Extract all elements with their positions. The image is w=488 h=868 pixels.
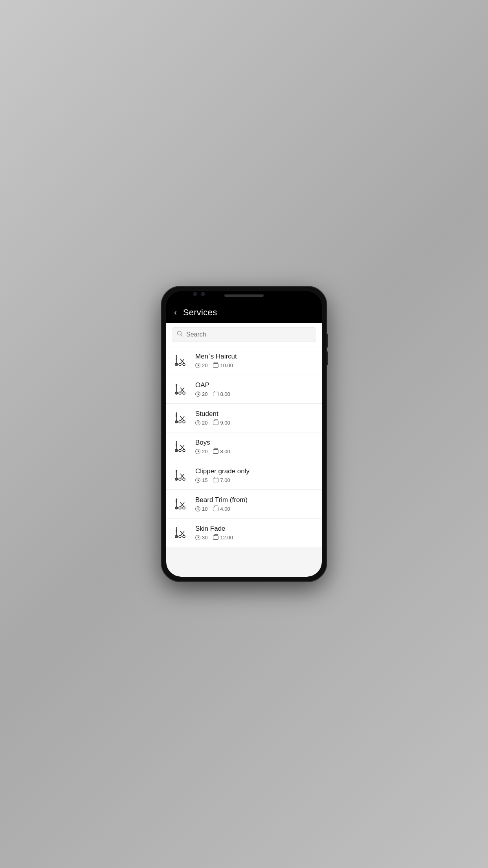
content-area[interactable]: Men`s Haircut 20 10.00	[166, 323, 322, 577]
svg-point-70	[179, 535, 181, 538]
duration-meta: 10	[195, 506, 207, 512]
service-info: Student 20 9.00	[195, 410, 316, 426]
phone-cameras	[193, 292, 205, 296]
price-meta: 9.00	[213, 420, 230, 426]
price-value: 8.00	[220, 391, 230, 397]
service-icon	[172, 409, 190, 427]
duration-value: 20	[202, 391, 207, 397]
svg-point-30	[179, 421, 181, 423]
price-meta: 8.00	[213, 391, 230, 397]
price-value: 12.00	[220, 535, 233, 541]
svg-point-50	[179, 478, 181, 480]
phone-frame: ‹ Services	[161, 287, 327, 581]
price-meta: 4.00	[213, 506, 230, 512]
service-item[interactable]: Clipper grade only 15 7.00	[166, 461, 322, 490]
price-value: 7.00	[220, 477, 230, 483]
price-value: 9.00	[220, 420, 230, 426]
app-header: ‹ Services	[166, 302, 322, 323]
price-meta: 12.00	[213, 535, 233, 541]
duration-value: 20	[202, 420, 207, 426]
duration-meta: 20	[195, 362, 207, 368]
service-meta: 20 8.00	[195, 449, 316, 454]
back-button[interactable]: ‹	[172, 306, 178, 318]
service-item[interactable]: Student 20 9.00	[166, 404, 322, 432]
service-item[interactable]: Men`s Haircut 20 10.00	[166, 346, 322, 375]
phone-screen: ‹ Services	[166, 291, 322, 577]
wallet-icon	[213, 507, 218, 511]
clock-icon	[195, 449, 200, 454]
service-name: Clipper grade only	[195, 467, 316, 475]
camera-1	[193, 292, 197, 296]
wallet-icon	[213, 363, 218, 368]
service-icon	[172, 438, 190, 455]
search-icon	[177, 331, 183, 338]
duration-meta: 20	[195, 391, 207, 397]
price-meta: 7.00	[213, 477, 230, 483]
clock-icon	[195, 392, 200, 397]
service-item[interactable]: OAP 20 8.00	[166, 375, 322, 404]
svg-point-60	[179, 507, 181, 509]
service-item[interactable]: Beard Trim (from) 10 4.00	[166, 490, 322, 519]
service-info: Clipper grade only 15 7.00	[195, 467, 316, 483]
search-box[interactable]	[172, 327, 316, 342]
status-bar	[166, 291, 322, 302]
clock-icon	[195, 506, 200, 511]
clock-icon	[195, 478, 200, 483]
clock-icon	[195, 363, 200, 368]
wallet-icon	[213, 535, 218, 540]
duration-meta: 20	[195, 449, 207, 454]
service-info: OAP 20 8.00	[195, 381, 316, 397]
service-name: OAP	[195, 381, 316, 389]
wallet-icon	[213, 478, 218, 482]
search-input[interactable]	[186, 331, 311, 338]
service-meta: 20 10.00	[195, 362, 316, 368]
service-info: Skin Fade 30 12.00	[195, 525, 316, 541]
svg-point-40	[179, 449, 181, 452]
price-value: 8.00	[220, 449, 230, 454]
service-icon	[172, 381, 190, 398]
clock-icon	[195, 420, 200, 425]
page-title: Services	[183, 307, 217, 318]
service-meta: 20 9.00	[195, 420, 316, 426]
service-name: Men`s Haircut	[195, 353, 316, 360]
price-value: 4.00	[220, 506, 230, 512]
service-meta: 30 12.00	[195, 535, 316, 541]
wallet-icon	[213, 392, 218, 396]
svg-line-1	[181, 335, 183, 337]
volume-up-button[interactable]	[327, 334, 328, 348]
duration-value: 15	[202, 477, 207, 483]
service-info: Beard Trim (from) 10 4.00	[195, 496, 316, 512]
service-item[interactable]: Skin Fade 30 12.00	[166, 519, 322, 547]
volume-down-button[interactable]	[327, 351, 328, 365]
price-value: 10.00	[220, 362, 233, 368]
service-meta: 20 8.00	[195, 391, 316, 397]
price-meta: 8.00	[213, 449, 230, 454]
duration-value: 10	[202, 506, 207, 512]
service-info: Boys 20 8.00	[195, 439, 316, 454]
duration-value: 20	[202, 362, 207, 368]
price-meta: 10.00	[213, 362, 233, 368]
search-container	[166, 323, 322, 346]
service-icon	[172, 352, 190, 369]
svg-point-10	[179, 363, 181, 366]
duration-value: 20	[202, 449, 207, 454]
service-name: Skin Fade	[195, 525, 316, 533]
service-icon	[172, 467, 190, 484]
service-name: Beard Trim (from)	[195, 496, 316, 504]
service-item[interactable]: Boys 20 8.00	[166, 432, 322, 461]
services-list: Men`s Haircut 20 10.00	[166, 346, 322, 547]
service-info: Men`s Haircut 20 10.00	[195, 353, 316, 368]
service-name: Boys	[195, 439, 316, 447]
service-meta: 15 7.00	[195, 477, 316, 483]
wallet-icon	[213, 421, 218, 425]
service-name: Student	[195, 410, 316, 418]
duration-meta: 15	[195, 477, 207, 483]
service-meta: 10 4.00	[195, 506, 316, 512]
camera-2	[201, 292, 205, 296]
clock-icon	[195, 535, 200, 540]
duration-meta: 30	[195, 535, 207, 541]
service-icon	[172, 524, 190, 541]
duration-value: 30	[202, 535, 207, 541]
duration-meta: 20	[195, 420, 207, 426]
svg-point-20	[179, 392, 181, 394]
